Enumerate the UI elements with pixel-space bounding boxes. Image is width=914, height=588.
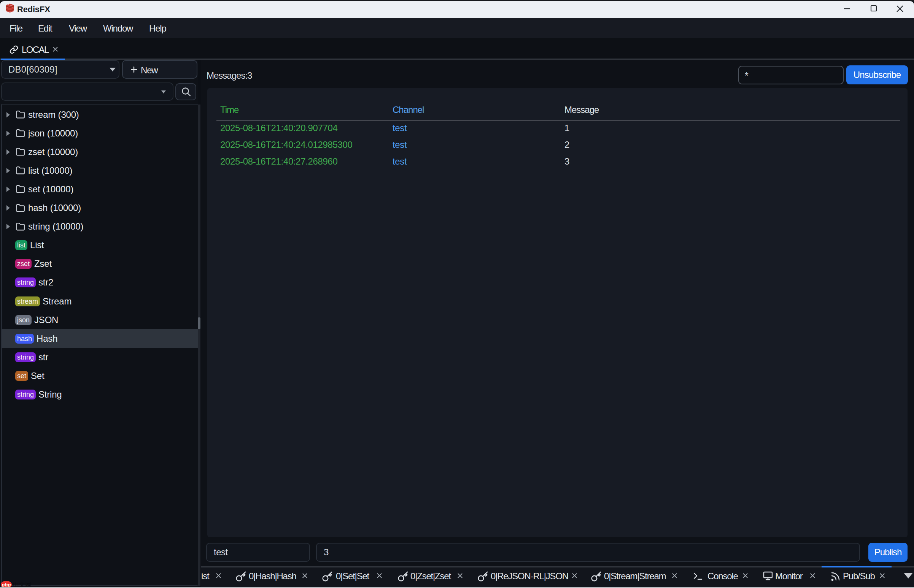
svg-text:php: php	[2, 582, 11, 588]
